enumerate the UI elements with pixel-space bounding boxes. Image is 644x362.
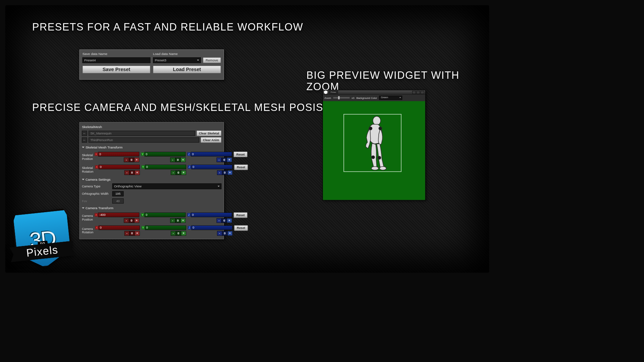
camera-rotation-z-minus-button[interactable]: - — [217, 231, 222, 236]
camera-rotation-reset-button[interactable]: Reset — [234, 225, 248, 231]
svg-point-3 — [369, 127, 372, 130]
skeletal-rotation-reset-button[interactable]: Reset — [234, 165, 248, 170]
camera-rotation-x-input[interactable] — [99, 226, 140, 230]
camera-rotation-x-zero-button[interactable]: 0 — [129, 231, 135, 236]
skeletal-rotation-z-minus-button[interactable]: - — [217, 170, 222, 175]
camera-rotation-y-minus-button[interactable]: - — [171, 231, 176, 236]
preview-tab[interactable]: Pixies — [329, 90, 338, 94]
clear-anim-button[interactable]: Clear Anim — [201, 137, 221, 143]
camera-position-x-plus-button[interactable]: + — [134, 218, 139, 223]
maximize-icon[interactable] — [416, 91, 420, 94]
camera-position-x-axis: X — [95, 213, 98, 217]
skeletal-position-label: Skeletal Position — [82, 154, 93, 161]
skeletal-rotation-z-plus-button[interactable]: + — [227, 170, 232, 175]
skeletal-rotation-y-minus-button[interactable]: - — [171, 170, 176, 175]
camera-position-y-plus-button[interactable]: + — [180, 218, 185, 223]
skeletal-position-z-zero-button[interactable]: 0 — [222, 158, 227, 162]
camera-rotation-x-minus-button[interactable]: - — [124, 231, 129, 236]
preview-viewport — [323, 101, 425, 200]
skeletal-rotation-x-zero-button[interactable]: 0 — [129, 170, 135, 175]
ue-logo-icon — [324, 90, 328, 94]
camera-position-z-plus-button[interactable]: + — [227, 218, 232, 223]
skeletal-rotation-x-minus-button[interactable]: - — [124, 170, 129, 175]
skeletal-position-x-input[interactable] — [98, 152, 139, 157]
camera-position-z-axis: Z — [187, 213, 191, 217]
skeletal-position-y-axis: Y — [141, 152, 145, 156]
fov-label: Fov — [82, 199, 110, 203]
section-camera-settings[interactable]: Camera Settings — [82, 178, 221, 182]
skeletal-rotation-y-axis: Y — [141, 165, 145, 169]
camera-position-y-axis: Y — [141, 213, 145, 217]
camera-position-z-minus-button[interactable]: - — [216, 218, 221, 223]
skeletal-rotation-z-axis: Z — [187, 165, 191, 169]
skeletal-position-reset-button[interactable]: Reset — [233, 152, 248, 157]
zoom-value: x3 — [352, 97, 354, 99]
camera-rotation-x-plus-button[interactable]: + — [135, 231, 140, 236]
anim-asset-field[interactable]: ThirdPersonRun — [89, 137, 199, 142]
skeletal-rotation-x-plus-button[interactable]: + — [135, 170, 140, 175]
zoom-label: Zoom — [324, 97, 331, 99]
camera-rotation-z-zero-button[interactable]: 0 — [222, 231, 227, 236]
camera-position-reset-button[interactable]: Reset — [233, 212, 248, 218]
skeletal-position-z-plus-button[interactable]: + — [227, 158, 232, 162]
skeletal-position-y-plus-button[interactable]: + — [180, 158, 185, 162]
section-camera-transform[interactable]: Camera Transform — [82, 206, 221, 210]
camera-type-label: Camera Type — [82, 184, 110, 188]
camera-rotation-y-input[interactable] — [145, 226, 186, 230]
skeletal-position-y-input[interactable] — [144, 152, 185, 157]
skeletal-rotation-y-input[interactable] — [145, 165, 186, 169]
camera-position-z-input[interactable] — [191, 213, 232, 217]
skeletal-position-z-minus-button[interactable]: - — [216, 158, 221, 162]
skeletal-position-x-minus-button[interactable]: - — [124, 158, 129, 162]
skeletal-position-y-minus-button[interactable]: - — [170, 158, 175, 162]
skeletal-rotation-z-zero-button[interactable]: 0 — [222, 170, 227, 175]
zoom-slider[interactable] — [333, 97, 350, 99]
svg-point-6 — [378, 156, 381, 159]
clear-skeletal-button[interactable]: Clear Skeletal — [197, 130, 221, 136]
mesh-asset-field[interactable]: SK_Mannequin — [89, 131, 195, 136]
skeletal-rotation-y-zero-button[interactable]: 0 — [176, 170, 181, 175]
load-name-label: Load data Name — [153, 52, 221, 56]
save-name-input[interactable] — [83, 57, 151, 63]
save-preset-button[interactable]: Save Preset — [83, 66, 151, 73]
camera-rotation-y-zero-button[interactable]: 0 — [176, 231, 181, 236]
camera-position-y-input[interactable] — [144, 213, 185, 217]
skeletal-position-x-plus-button[interactable]: + — [134, 158, 139, 162]
transform-panel: SkeletalMesh ← SK_Mannequin Clear Skelet… — [79, 122, 224, 239]
camera-position-y-minus-button[interactable]: - — [170, 218, 175, 223]
skeletal-position-y-zero-button[interactable]: 0 — [175, 158, 180, 162]
section-mesh-transform[interactable]: Skeletal Mesh Transform — [82, 145, 221, 149]
heading-camera: PRECISE CAMERA AND MESH/SKELETAL MESH PO… — [32, 102, 354, 113]
camera-position-x-zero-button[interactable]: 0 — [129, 218, 134, 223]
panel-title: SkeletalMesh — [82, 125, 221, 129]
skeletal-position-x-zero-button[interactable]: 0 — [129, 158, 134, 162]
camera-rotation-y-plus-button[interactable]: + — [181, 231, 186, 236]
minimize-icon[interactable] — [412, 91, 416, 94]
camera-position-z-zero-button[interactable]: 0 — [222, 218, 227, 223]
save-name-label: Save data Name — [83, 52, 151, 56]
camera-position-x-input[interactable] — [98, 213, 139, 217]
remove-button[interactable]: Remove — [203, 57, 221, 63]
camera-position-y-zero-button[interactable]: 0 — [175, 218, 180, 223]
camera-type-dropdown[interactable]: Orthographic View — [112, 183, 222, 189]
skeletal-position-z-input[interactable] — [191, 152, 232, 157]
skeletal-rotation-x-input[interactable] — [99, 165, 140, 169]
skeletal-rotation-z-input[interactable] — [191, 165, 232, 169]
skeletal-rotation-y-plus-button[interactable]: + — [181, 170, 186, 175]
anim-back-button[interactable]: ← — [82, 137, 87, 142]
camera-position-x-minus-button[interactable]: - — [124, 218, 129, 223]
load-name-dropdown[interactable]: Preset3 — [153, 57, 201, 63]
close-icon[interactable] — [421, 91, 424, 94]
skeletal-position-z-axis: Z — [187, 152, 191, 156]
mesh-back-button[interactable]: ← — [82, 131, 87, 136]
camera-rotation-z-input[interactable] — [191, 226, 232, 230]
load-preset-button[interactable]: Load Preset — [153, 66, 221, 73]
camera-rotation-z-plus-button[interactable]: + — [227, 231, 232, 236]
skeletal-rotation-label: Skeletal Rotation — [82, 166, 93, 173]
camera-rotation-label: Camera Rotation — [82, 227, 93, 234]
ortho-width-input[interactable] — [112, 191, 124, 196]
svg-point-0 — [373, 116, 381, 125]
bg-color-label: Background Color — [357, 97, 377, 99]
bg-color-dropdown[interactable]: Green — [379, 96, 402, 100]
preview-widget: Pixies Zoom x3 Background Color Green — [323, 90, 425, 200]
